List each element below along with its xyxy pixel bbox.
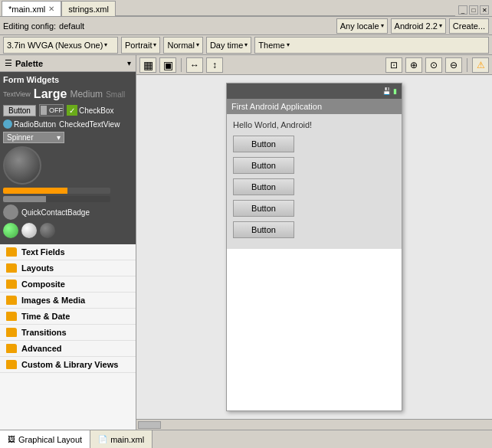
layout-v-btn[interactable]: ▣ [159,57,176,73]
phone-hello-text: Hello World, Android! [233,120,395,129]
folder-icon-custom-library [6,360,17,369]
phone-button-2[interactable]: Button [233,157,294,174]
checkbox-widget[interactable]: ✓ CheckBox [67,105,114,116]
zoom-actual-btn[interactable]: ⊙ [425,57,442,73]
toolbar-divider1 [181,58,182,72]
zoom-out-btn[interactable]: ⊖ [445,57,462,73]
theme-dropdown[interactable]: Theme ▾ [254,37,489,54]
text-medium[interactable]: Medium [70,89,103,100]
expand-h-btn[interactable]: ↔ [186,57,203,73]
canvas-hscroll[interactable] [136,419,492,430]
canvas-scroll[interactable]: 💾 ▮ First Android Application Hello Worl… [136,75,492,419]
slider2-bar [3,196,110,202]
layouts-label: Layouts [21,263,54,273]
locale-label: Any locale [340,21,379,31]
mode-label: Normal [167,41,194,50]
tab-strings-xml[interactable]: strings.xml [61,1,116,16]
folder-icon-transitions [6,328,17,337]
time-dropdown[interactable]: Day time ▾ [206,37,251,54]
graphical-layout-icon: 🖼 [8,435,15,443]
sidebar-item-advanced[interactable]: Advanced [0,341,136,357]
tab-main-xml[interactable]: *main.xml ✕ [2,1,61,16]
restore-btn[interactable]: □ [469,5,478,15]
text-small[interactable]: Small [106,90,125,99]
sidebar-item-layouts[interactable]: Layouts [0,260,136,276]
theme-label: Theme [258,41,284,50]
palette-dropdown-arrow[interactable]: ▾ [127,59,131,67]
folder-icon-advanced [6,344,17,353]
checkbox-label: CheckBox [79,106,114,115]
radio-widget[interactable]: RadioButton [3,119,56,129]
zoom-in-btn[interactable]: ⊕ [405,57,422,73]
status-tab-graphical-layout[interactable]: 🖼 Graphical Layout [0,430,90,449]
minimize-btn[interactable]: _ [458,5,467,15]
device-dropdown[interactable]: 3.7in WVGA (Nexus One) ▾ [3,37,118,54]
radio-label: RadioButton [14,120,56,129]
expand-v-btn[interactable]: ↕ [206,57,223,73]
locale-dropdown[interactable]: Any locale ▾ [336,18,388,34]
checkbox-box: ✓ [67,105,77,116]
hscroll-thumb[interactable] [138,421,161,429]
sidebar-item-composite[interactable]: Composite [0,276,136,293]
radio-circle [3,119,12,129]
palette-header: ☰ Palette ▾ [0,55,136,72]
zoom-fit-btn[interactable]: ⊡ [385,57,402,73]
slider1-bar [3,188,110,194]
knob-row [3,146,133,185]
phone-button-5[interactable]: Button [233,221,294,238]
tab-main-xml-close[interactable]: ✕ [48,5,54,13]
sidebar-item-text-fields[interactable]: Text Fields [0,244,136,260]
status-tab-main-xml[interactable]: 📄 main.xml [90,430,153,449]
main-xml-tab-label: main.xml [110,435,144,444]
time-date-label: Time & Date [21,312,70,321]
color-circle-green[interactable] [3,223,18,238]
create-button[interactable]: Create... [449,18,489,34]
spinner-label: Spinner [7,133,33,142]
close-btn[interactable]: ✕ [480,5,489,15]
phone-status-icons: 💾 ▮ [382,87,397,95]
color-circles-row [3,223,133,238]
palette-icon: ☰ [5,58,12,68]
canvas-toolbar: ▦ ▣ ↔ ↕ ⊡ ⊕ ⊙ ⊖ ⚠ [136,55,492,75]
toggle-widget[interactable]: OFF [39,104,64,116]
slider2[interactable] [3,196,110,202]
phone-statusbar: 💾 ▮ [227,83,402,99]
warn-btn[interactable]: ⚠ [472,57,489,73]
sidebar-item-transitions[interactable]: Transitions [0,325,136,341]
sidebar-item-images-media[interactable]: Images & Media [0,293,136,309]
editing-config-label: Editing config: [3,21,56,31]
layout-h-btn[interactable]: ▦ [139,57,156,73]
orientation-dropdown[interactable]: Portrait ▾ [121,37,160,54]
sidebar-item-time-date[interactable]: Time & Date [0,309,136,325]
time-arrow: ▾ [244,41,248,48]
android-version-label: Android 2.2 [395,21,438,31]
text-large[interactable]: Large [34,87,67,101]
color-circle-dark[interactable] [40,223,55,238]
locale-dropdown-arrow: ▾ [381,22,384,29]
slider1[interactable] [3,188,110,194]
contact-badge-label[interactable]: QuickContactBadge [21,208,90,217]
tab-main-xml-label: *main.xml [8,5,45,14]
phone-button-4[interactable]: Button [233,200,294,217]
folder-icon-composite [6,280,17,289]
android-version-dropdown[interactable]: Android 2.2 ▾ [391,18,446,34]
custom-library-label: Custom & Library Views [21,360,118,369]
images-media-label: Images & Media [21,296,85,305]
spinner-arrow: ▾ [57,133,61,142]
button-row: Button OFF ✓ CheckBox [3,104,133,116]
phone-button-3[interactable]: Button [233,178,294,195]
knob-widget[interactable] [3,146,41,185]
phone-button-1[interactable]: Button [233,136,294,152]
sliders-section [3,188,133,202]
checked-text-label[interactable]: CheckedTextView [59,120,120,129]
button-widget[interactable]: Button [3,105,36,116]
spinner-widget[interactable]: Spinner ▾ [3,132,64,143]
mode-dropdown[interactable]: Normal ▾ [163,37,202,54]
phone-content: Hello World, Android! Button Button Butt… [227,114,402,249]
device-label: 3.7in WVGA (Nexus One) [7,41,103,50]
toolbar-divider2 [467,58,467,72]
sidebar-item-custom-library[interactable]: Custom & Library Views [0,357,136,373]
radio-row: RadioButton CheckedTextView [3,119,133,129]
color-circle-white[interactable] [21,223,37,238]
create-label: Create... [453,21,485,31]
